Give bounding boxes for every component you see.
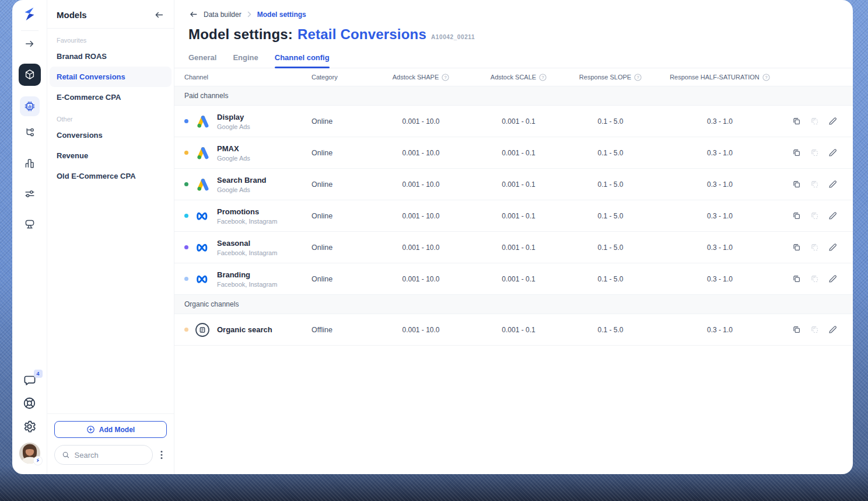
channel-platform-icon	[195, 209, 210, 223]
edit-icon[interactable]	[828, 148, 838, 158]
copy-row-button[interactable]	[792, 325, 802, 335]
nav-charts-button[interactable]	[19, 152, 41, 175]
edit-row-button[interactable]	[828, 274, 838, 284]
sidebar-divider	[47, 413, 174, 414]
expand-arrow-icon[interactable]	[24, 38, 36, 50]
edit-icon[interactable]	[828, 179, 838, 189]
tab-engine[interactable]: Engine	[233, 53, 258, 68]
breadcrumb-back-button[interactable]	[188, 9, 198, 19]
edit-row-button[interactable]	[828, 179, 838, 189]
edit-icon[interactable]	[828, 325, 838, 335]
copy-row-button[interactable]	[792, 179, 802, 189]
edit-icon[interactable]	[828, 242, 838, 252]
column-header: Category	[306, 74, 370, 81]
response-slope-value: 0.1 - 5.0	[565, 149, 656, 157]
edit-row-button[interactable]	[828, 148, 838, 158]
response-half-saturation-value: 0.3 - 1.0	[656, 149, 784, 157]
edit-row-button[interactable]	[828, 116, 838, 126]
channel-platform-icon	[195, 241, 210, 255]
user-avatar[interactable]	[19, 443, 40, 464]
edit-icon[interactable]	[828, 274, 838, 284]
paste-disabled-icon[interactable]	[810, 116, 820, 126]
sidebar-item-old-e-commerce-cpa[interactable]: Old E-Commerce CPA	[50, 166, 172, 186]
channel-platform-icon	[195, 272, 210, 286]
nav-flows-button[interactable]	[19, 122, 41, 144]
breadcrumb-chevron-icon	[247, 11, 252, 18]
help-icon[interactable]: ?	[442, 74, 449, 81]
breadcrumb-model-settings[interactable]: Model settings	[257, 11, 306, 19]
breadcrumb: Data builder Model settings	[174, 0, 853, 19]
copy-icon[interactable]	[792, 116, 802, 126]
chat-badge: 4	[34, 370, 43, 378]
chat-button[interactable]: 4	[23, 373, 37, 387]
copy-icon[interactable]	[792, 211, 802, 221]
copy-icon[interactable]	[792, 242, 802, 252]
help-lifebuoy-button[interactable]	[22, 396, 37, 410]
search-box[interactable]	[54, 445, 153, 465]
paste-disabled-icon[interactable]	[810, 211, 820, 221]
tab-general[interactable]: General	[188, 53, 216, 68]
paste-row-button[interactable]	[810, 179, 820, 189]
channel-category: Online	[306, 275, 370, 283]
adstock-shape-value: 0.001 - 10.0	[370, 243, 472, 252]
channel-category: Offline	[306, 326, 370, 334]
nav-engine-button[interactable]	[20, 96, 40, 116]
column-header: Adstock SHAPE ?	[370, 74, 472, 81]
add-model-button[interactable]: Add Model	[54, 421, 167, 438]
edit-icon[interactable]	[828, 116, 838, 126]
edit-row-button[interactable]	[828, 211, 838, 221]
sidebar-item-revenue[interactable]: Revenue	[50, 145, 172, 166]
nav-settings-sliders-button[interactable]	[19, 183, 41, 205]
nav-models-button[interactable]	[19, 64, 41, 86]
edit-icon[interactable]	[828, 211, 838, 221]
copy-icon[interactable]	[792, 325, 802, 335]
channel-subtitle: Facebook, Instagram	[217, 281, 277, 288]
column-header: Response SLOPE ?	[565, 74, 656, 81]
paste-disabled-icon[interactable]	[810, 179, 820, 189]
edit-row-button[interactable]	[828, 242, 838, 252]
paste-row-button[interactable]	[810, 211, 820, 221]
sidebar-item-retail-conversions[interactable]: Retail Conversions	[50, 67, 172, 87]
sidebar-section-label: Favourites	[57, 37, 164, 44]
copy-row-button[interactable]	[792, 148, 802, 158]
paste-disabled-icon[interactable]	[810, 148, 820, 158]
channel-color-dot	[184, 119, 188, 123]
response-half-saturation-value: 0.3 - 1.0	[656, 326, 784, 334]
google-ads-icon	[195, 114, 210, 128]
help-icon[interactable]: ?	[634, 74, 642, 81]
help-icon[interactable]: ?	[762, 74, 770, 81]
copy-row-button[interactable]	[792, 274, 802, 284]
paste-row-button[interactable]	[810, 325, 820, 335]
copy-icon[interactable]	[792, 148, 802, 158]
copy-row-button[interactable]	[792, 116, 802, 126]
collapse-sidebar-button[interactable]	[153, 9, 164, 20]
sidebar-item-conversions[interactable]: Conversions	[50, 125, 172, 145]
channel-subtitle: Google Ads	[217, 123, 250, 130]
sidebar-item-e-commerce-cpa[interactable]: E-Commerce CPA	[50, 87, 172, 107]
nav-presentation-button[interactable]	[19, 213, 41, 235]
page-title: Model settings: Retail Conversions A1004…	[174, 19, 853, 43]
help-icon[interactable]: ?	[539, 74, 547, 81]
paste-row-button[interactable]	[810, 148, 820, 158]
paste-row-button[interactable]	[810, 274, 820, 284]
tab-channel-config[interactable]: Channel config	[275, 53, 330, 68]
copy-row-button[interactable]	[792, 242, 802, 252]
paste-row-button[interactable]	[810, 242, 820, 252]
sidebar-kebab-menu[interactable]	[156, 448, 167, 461]
paste-disabled-icon[interactable]	[810, 274, 820, 284]
copy-icon[interactable]	[792, 179, 802, 189]
channel-color-dot	[184, 277, 188, 281]
paste-row-button[interactable]	[810, 116, 820, 126]
edit-row-button[interactable]	[828, 325, 838, 335]
breadcrumb-data-builder[interactable]: Data builder	[204, 11, 242, 19]
paste-disabled-icon[interactable]	[810, 325, 820, 335]
paste-disabled-icon[interactable]	[810, 242, 820, 252]
sidebar-item-branad-roas[interactable]: Branad ROAS	[50, 46, 172, 67]
channel-color-dot	[184, 214, 188, 218]
channel-color-dot	[184, 328, 188, 332]
copy-icon[interactable]	[792, 274, 802, 284]
search-input[interactable]	[75, 451, 145, 460]
response-slope-value: 0.1 - 5.0	[565, 180, 656, 189]
settings-gear-button[interactable]	[22, 419, 37, 434]
copy-row-button[interactable]	[792, 211, 802, 221]
